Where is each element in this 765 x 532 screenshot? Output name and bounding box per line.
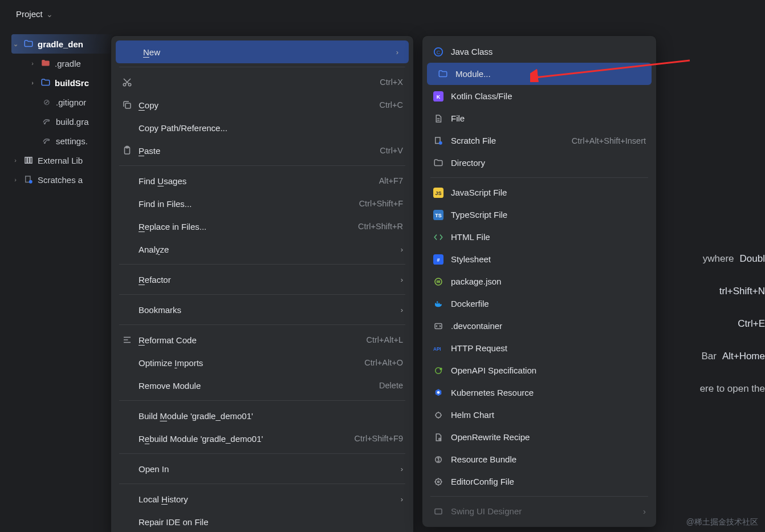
menu-item[interactable]: Refactor›	[111, 268, 413, 291]
menu-item[interactable]: Find in Files...Ctrl+Shift+F	[111, 192, 413, 215]
submenu-item[interactable]: OpenRewrite Recipe	[422, 426, 656, 448]
submenu-item[interactable]: .devcontainer	[422, 315, 656, 337]
menu-item[interactable]: Replace in Files...Ctrl+Shift+R	[111, 215, 413, 238]
tree-label: Scratches a	[38, 175, 83, 185]
menu-item[interactable]: Local History›	[111, 488, 413, 510]
submenu-item[interactable]: EditorConfig File	[422, 470, 656, 493]
menu-item[interactable]: Optimize ImportsCtrl+Alt+O	[111, 351, 413, 374]
submenu-item[interactable]: package.json	[422, 270, 656, 293]
shortcut: Ctrl+Shift+R	[358, 222, 403, 231]
submenu-item[interactable]: Scratch FileCtrl+Alt+Shift+Insert	[422, 129, 656, 152]
submenu-item[interactable]: Resource Bundle	[422, 448, 656, 470]
submenu-label: HTML File	[451, 232, 646, 242]
svg-rect-28	[437, 301, 438, 302]
project-tool-header[interactable]: Project	[0, 0, 765, 27]
submenu-item[interactable]: JSJavaScript File	[422, 181, 656, 204]
expand-icon[interactable]: ⌄	[11, 40, 19, 48]
submenu-label: .devcontainer	[451, 321, 646, 331]
editorconfig-icon	[433, 476, 444, 488]
js-icon: JS	[433, 187, 444, 198]
submenu-item[interactable]: Kubernetes Resource	[422, 381, 656, 404]
tree-label: build.gra	[56, 117, 89, 127]
k8s-icon	[433, 387, 444, 399]
submenu-item[interactable]: HTML File	[422, 226, 656, 248]
watermark: @稀土掘金技术社区	[686, 517, 758, 527]
tree-root[interactable]: ⌄ gradle_den	[11, 34, 114, 54]
menu-label: Open In	[139, 464, 395, 474]
submenu-item[interactable]: #Stylesheet	[422, 248, 656, 270]
menu-item[interactable]: Bookmarks›	[111, 298, 413, 321]
menu-item[interactable]: Reformat CodeCtrl+Alt+L	[111, 328, 413, 351]
svg-point-6	[29, 180, 32, 184]
svg-rect-9	[125, 103, 131, 108]
menu-item[interactable]: Analyze›	[111, 238, 413, 261]
tree-item[interactable]: ⊘ .gitignor	[11, 92, 114, 112]
openrewrite-icon	[433, 432, 444, 443]
chevron-right-icon: ›	[401, 306, 403, 314]
svg-point-33	[437, 391, 440, 394]
submenu-label: Stylesheet	[451, 254, 646, 264]
svg-rect-39	[435, 509, 442, 514]
menu-item[interactable]: CopyCtrl+C	[111, 94, 413, 116]
submenu-label: Swing UI Designer	[451, 506, 636, 516]
scratch-icon	[433, 135, 444, 147]
menu-item[interactable]: Ctrl+X	[111, 71, 413, 94]
submenu-item[interactable]: File	[422, 107, 656, 129]
menu-label: New	[143, 47, 390, 57]
submenu-item[interactable]: TSTypeScript File	[422, 204, 656, 226]
menu-item[interactable]: Repair IDE on File	[111, 510, 413, 532]
tree-item[interactable]: › .gradle	[11, 54, 114, 73]
submenu-item[interactable]: KKotlin Class/File	[422, 85, 656, 107]
tree-label: .gitignor	[56, 98, 86, 107]
gradle-icon	[41, 116, 52, 127]
menu-item[interactable]: Remove ModuleDelete	[111, 374, 413, 397]
menu-item[interactable]: Find UsagesAlt+F7	[111, 169, 413, 192]
menu-item[interactable]: Build Module 'gradle_demo01'	[111, 404, 413, 427]
submenu-item[interactable]: Module...	[427, 63, 652, 85]
submenu-label: Scratch File	[451, 136, 565, 145]
menu-item[interactable]: Open In›	[111, 457, 413, 480]
chevron-right-icon: ›	[401, 465, 403, 473]
submenu-label: TypeScript File	[451, 210, 646, 220]
shortcut: Ctrl+Shift+F9	[355, 434, 403, 443]
expand-icon[interactable]: ›	[29, 79, 36, 86]
tree-label: gradle_den	[38, 39, 83, 49]
pkg-icon	[433, 276, 444, 287]
submenu-label: EditorConfig File	[451, 477, 646, 486]
tree-item[interactable]: › Scratches a	[11, 170, 114, 189]
swing-icon	[433, 506, 444, 517]
submenu-label: JavaScript File	[451, 188, 646, 197]
menu-label: Repair IDE on File	[139, 517, 403, 527]
submenu-item[interactable]: Directory	[422, 152, 656, 174]
menu-item[interactable]: New›	[116, 40, 409, 63]
docker-icon	[433, 298, 444, 310]
submenu-item[interactable]: APIHTTP Request	[422, 337, 656, 359]
menu-item[interactable]: Copy Path/Reference...	[111, 116, 413, 139]
expand-icon[interactable]: ›	[11, 157, 19, 164]
submenu-item[interactable]: Helm Chart	[422, 404, 656, 426]
expand-icon[interactable]: ›	[29, 60, 36, 67]
html-icon	[433, 232, 444, 243]
svg-text:#: #	[437, 257, 440, 262]
tree-label: settings.	[56, 136, 88, 146]
tree-item[interactable]: › External Lib	[11, 151, 114, 170]
submenu-item[interactable]: OpenAPI Specification	[422, 359, 656, 381]
submenu-item[interactable]: Dockerfile	[422, 293, 656, 315]
reformat-icon	[121, 335, 133, 345]
paste-icon	[121, 145, 133, 156]
shortcut: Delete	[379, 381, 403, 390]
devcont-icon	[433, 320, 444, 332]
submenu-item[interactable]: CJava Class	[422, 40, 656, 63]
expand-icon[interactable]: ›	[11, 176, 19, 183]
project-tree[interactable]: ⌄ gradle_den › .gradle › buildSrc ⊘ .git…	[11, 34, 114, 189]
menu-item[interactable]: Rebuild Module 'gradle_demo01'Ctrl+Shift…	[111, 427, 413, 450]
tree-item[interactable]: build.gra	[11, 112, 114, 131]
menu-label: Reformat Code	[139, 335, 361, 345]
tree-item[interactable]: › buildSrc	[11, 73, 114, 92]
menu-item[interactable]: PasteCtrl+V	[111, 139, 413, 162]
svg-text:C: C	[437, 49, 441, 55]
menu-label: Remove Module	[139, 381, 373, 391]
shortcut: Ctrl+X	[380, 78, 403, 87]
tree-item[interactable]: settings.	[11, 131, 114, 151]
menu-label: Local History	[139, 494, 395, 504]
